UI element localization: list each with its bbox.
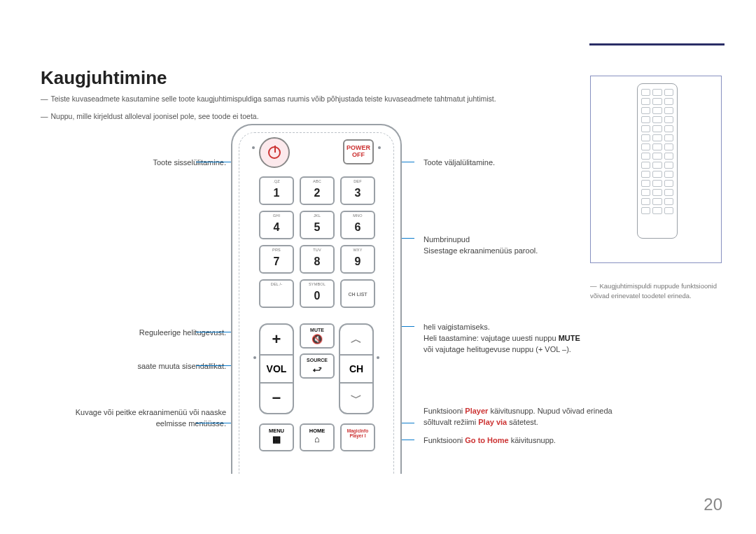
ch-down: ﹀ xyxy=(340,382,372,413)
key-4: GHI4 xyxy=(259,211,294,239)
menu-icon: ▦ xyxy=(260,435,293,444)
source-icon: ⮐ xyxy=(301,365,333,374)
label-power-on: Toote sisselülitamine. xyxy=(44,157,226,169)
label-home: Funktsiooni Go to Home käivitusnupp. xyxy=(424,435,612,447)
menu-button: MENU▦ xyxy=(259,423,294,451)
label-volume: Reguleerige helitugevust. xyxy=(44,328,226,339)
page-title: Kaugjuhtimine xyxy=(41,67,167,89)
ch-label: CH xyxy=(340,356,372,382)
label-menu: Kuvage või peitke ekraanimenüü või naask… xyxy=(44,407,226,430)
source-button: SOURCE⮐ xyxy=(300,353,335,379)
key-7: PRS7 xyxy=(259,245,294,274)
key-9: WXY9 xyxy=(340,245,375,274)
key-0: SYMBOL0 xyxy=(300,279,335,308)
volume-rocker: + VOL − xyxy=(259,323,294,414)
ch-up: ︿ xyxy=(340,325,372,356)
key-1: .QZ1 xyxy=(259,176,294,205)
mute-icon: 🔇 xyxy=(301,335,333,344)
label-power-off: Toote väljalülitamine. xyxy=(424,157,612,169)
key-8: TUV8 xyxy=(300,245,335,274)
label-source: saate muuta sisendallikat. xyxy=(44,361,226,372)
home-button: HOME⌂ xyxy=(300,423,335,451)
key-chlist: CH LIST xyxy=(340,279,375,308)
reference-remote-keys xyxy=(641,89,673,214)
remote-diagram: POWEROFF .QZ1 ABC2 DEF3 GHI4 JKL5 MNO6 P… xyxy=(231,124,402,474)
key-2: ABC2 xyxy=(300,176,335,205)
key-5: JKL5 xyxy=(300,211,335,239)
reference-note: ―Kaugjuhtimispuldi nuppude funktsioonid … xyxy=(590,281,724,302)
key-3: DEF3 xyxy=(340,176,375,205)
ir-dot xyxy=(253,356,256,359)
ir-dot xyxy=(252,146,255,149)
ir-dot xyxy=(378,146,381,149)
vol-down: − xyxy=(260,382,293,413)
power-icon xyxy=(268,146,281,159)
label-numbers: Numbrinupud Sisestage ekraanimenüüs paro… xyxy=(424,234,612,257)
magicinfo-button: MagicInfoPlayer I xyxy=(340,423,375,451)
home-icon: ⌂ xyxy=(301,435,333,444)
bottom-row: MENU▦ HOME⌂ MagicInfoPlayer I xyxy=(259,423,375,451)
channel-rocker: ︿ CH ﹀ xyxy=(339,323,374,414)
note-1: ―Teiste kuvaseadmete kasutamine selle to… xyxy=(41,94,496,103)
key-6: MNO6 xyxy=(340,211,375,239)
reference-remote xyxy=(637,83,678,239)
key-del: DEL /- xyxy=(259,279,294,308)
note-2: ―Nuppu, mille kirjeldust alloleval jooni… xyxy=(41,112,259,120)
vol-label: VOL xyxy=(260,356,293,382)
reference-remote-panel xyxy=(590,76,722,263)
number-pad: .QZ1 ABC2 DEF3 GHI4 JKL5 MNO6 PRS7 TUV8 … xyxy=(259,176,375,308)
page-number: 20 xyxy=(704,495,722,514)
power-off-button: POWEROFF xyxy=(343,139,374,164)
label-player: Funktsiooni Player käivitusnupp. Nupud v… xyxy=(424,406,612,428)
vol-up: + xyxy=(260,325,293,356)
header-rule xyxy=(589,43,724,45)
ir-dot xyxy=(377,356,379,359)
center-buttons: MUTE🔇 SOURCE⮐ xyxy=(300,323,335,379)
power-on-button xyxy=(259,137,290,168)
label-mute: heli vaigistamiseks. Heli taastamine: va… xyxy=(424,322,612,356)
mute-button: MUTE🔇 xyxy=(300,323,335,349)
